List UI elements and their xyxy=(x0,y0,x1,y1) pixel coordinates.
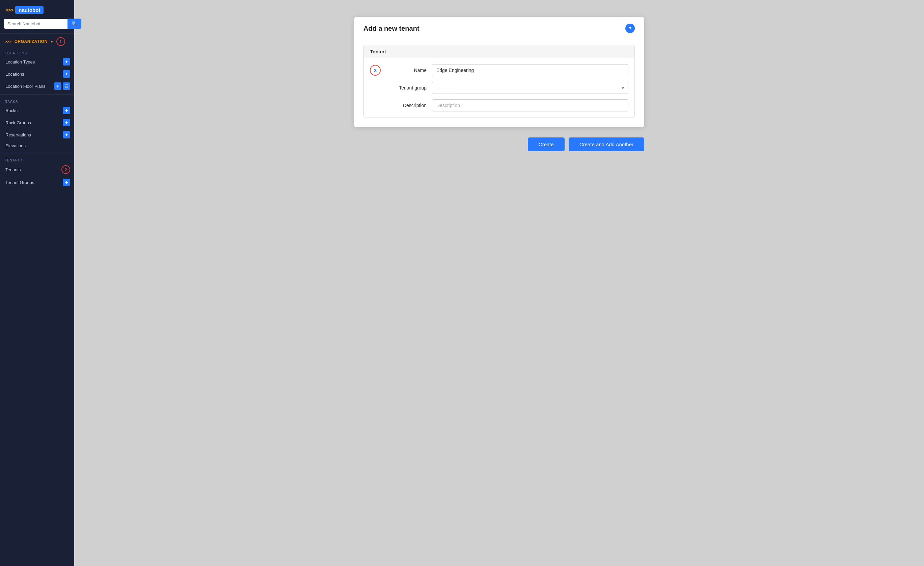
sidebar-item-location-floor-plans[interactable]: Location Floor Plans + ☰ xyxy=(0,80,74,92)
add-location-types-button[interactable]: + xyxy=(63,58,70,66)
sidebar-item-label: Tenants xyxy=(5,167,59,172)
page-wrapper: >>> nautobot 🔍 >>> ORGANIZATION ▼ 1 LOCA… xyxy=(0,0,924,566)
help-button[interactable]: ? xyxy=(626,24,635,33)
organization-section-header[interactable]: >>> ORGANIZATION ▼ 1 xyxy=(0,33,74,48)
add-locations-button[interactable]: + xyxy=(63,70,70,78)
add-rack-groups-button[interactable]: + xyxy=(63,119,70,126)
create-button[interactable]: Create xyxy=(528,137,565,151)
sidebar-item-label: Tenant Groups xyxy=(5,180,63,185)
tenant-group-select-wrapper: ---------- ▼ xyxy=(432,82,628,94)
sidebar: >>> nautobot 🔍 >>> ORGANIZATION ▼ 1 LOCA… xyxy=(0,0,74,566)
tenant-group-row: Tenant group ---------- ▼ xyxy=(370,82,628,94)
add-racks-button[interactable]: + xyxy=(63,107,70,114)
org-step-badge: 1 xyxy=(56,37,65,46)
sidebar-item-racks[interactable]: Racks + xyxy=(0,104,74,116)
sidebar-item-location-types[interactable]: Location Types + xyxy=(0,56,74,68)
sidebar-item-label: Elevations xyxy=(5,143,70,148)
name-input[interactable] xyxy=(432,64,628,76)
name-label: Name xyxy=(386,68,427,73)
tenant-group-label: Tenant group xyxy=(386,85,427,90)
description-label: Description xyxy=(386,103,427,108)
racks-group-label: RACKS xyxy=(0,96,74,104)
search-icon: 🔍 xyxy=(72,21,77,26)
add-reservations-button[interactable]: + xyxy=(63,131,70,138)
sidebar-item-label: Location Floor Plans xyxy=(5,84,54,89)
tenant-group-select[interactable]: ---------- xyxy=(432,82,628,94)
chevron-down-icon: ▼ xyxy=(50,40,54,44)
org-arrows-icon: >>> xyxy=(5,39,12,44)
search-input[interactable] xyxy=(4,19,68,29)
modal-header: Add a new tenant ? xyxy=(354,17,644,38)
sidebar-item-label: Racks xyxy=(5,108,63,113)
name-field-row: 3 Name xyxy=(370,64,628,76)
sidebar-item-reservations[interactable]: Reservations + xyxy=(0,129,74,141)
sidebar-item-label: Reservations xyxy=(5,132,63,137)
sidebar-item-label: Location Types xyxy=(5,59,63,65)
sidebar-search: 🔍 xyxy=(4,18,70,29)
action-bar: Create Create and Add Another xyxy=(354,127,644,155)
sidebar-item-locations[interactable]: Locations + xyxy=(0,68,74,80)
name-step-badge: 3 xyxy=(370,65,381,76)
org-section-label: ORGANIZATION xyxy=(15,39,48,44)
sidebar-logo: >>> nautobot xyxy=(0,0,74,18)
modal-body: Tenant 3 Name Tenant group xyxy=(354,38,644,127)
modal-title: Add a new tenant xyxy=(363,25,420,32)
sidebar-item-rack-groups[interactable]: Rack Groups + xyxy=(0,116,74,129)
description-row: Description xyxy=(370,99,628,111)
sidebar-item-tenants[interactable]: Tenants 2 xyxy=(0,163,74,176)
add-floor-plans-button[interactable]: + xyxy=(54,83,62,90)
add-tenant-groups-button[interactable]: + xyxy=(63,179,70,186)
logo-text: nautobot xyxy=(15,6,44,14)
logo-arrows-icon: >>> xyxy=(5,7,13,13)
sidebar-item-label: Rack Groups xyxy=(5,120,63,125)
form-fields: 3 Name Tenant group ---------- xyxy=(364,58,634,117)
tenants-step-badge: 2 xyxy=(62,165,70,174)
description-input[interactable] xyxy=(432,99,628,111)
sidebar-item-tenant-groups[interactable]: Tenant Groups + xyxy=(0,176,74,188)
locations-group-label: LOCATIONS xyxy=(0,48,74,56)
form-section-title: Tenant xyxy=(364,45,634,58)
sidebar-item-elevations[interactable]: Elevations xyxy=(0,141,74,151)
modal-card: Add a new tenant ? Tenant 3 Name xyxy=(354,17,644,127)
main-content: Add a new tenant ? Tenant 3 Name xyxy=(74,0,924,566)
tenancy-group-label: TENANCY xyxy=(0,155,74,163)
sidebar-item-label: Locations xyxy=(5,72,63,77)
layers-floor-plans-button[interactable]: ☰ xyxy=(63,83,70,90)
create-and-add-another-button[interactable]: Create and Add Another xyxy=(568,137,644,151)
form-section-tenant: Tenant 3 Name Tenant group xyxy=(363,45,635,118)
search-button[interactable]: 🔍 xyxy=(68,18,81,29)
